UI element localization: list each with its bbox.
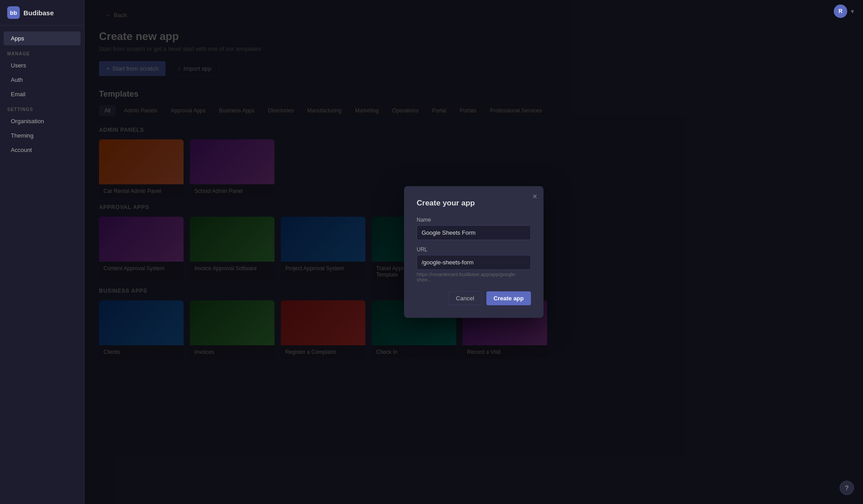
avatar[interactable]: R	[834, 4, 847, 18]
sidebar-item-users[interactable]: Users	[4, 58, 81, 72]
cancel-button[interactable]: Cancel	[448, 291, 481, 305]
sidebar: bb Budibase Apps MANAGE Users Auth Email…	[0, 0, 85, 504]
modal-backdrop: Create your app × Name URL https://ronan…	[85, 0, 863, 504]
help-button[interactable]: ?	[840, 481, 854, 495]
create-app-modal: Create your app × Name URL https://ronan…	[404, 186, 544, 318]
sidebar-item-apps[interactable]: Apps	[4, 31, 81, 45]
topbar-right: R ▾	[834, 4, 854, 18]
modal-close-button[interactable]: ×	[532, 192, 537, 201]
main-content: ← Back Create new app Start from scratch…	[85, 0, 863, 504]
modal-actions: Cancel Create app	[417, 291, 531, 305]
logo-area: bb Budibase	[0, 0, 84, 26]
logo-icon: bb	[7, 6, 20, 19]
sidebar-nav: Apps MANAGE Users Auth Email SETTINGS Or…	[0, 26, 84, 163]
sidebar-item-account[interactable]: Account	[4, 143, 81, 157]
sidebar-item-theming[interactable]: Theming	[4, 129, 81, 143]
chevron-down-icon: ▾	[851, 8, 854, 15]
sidebar-item-email[interactable]: Email	[4, 87, 81, 101]
url-hint: https://ronantenant.budibase.app/app/goo…	[417, 272, 531, 282]
app-name: Budibase	[23, 9, 54, 17]
settings-section-label: SETTINGS	[0, 102, 84, 114]
app-url-input[interactable]	[417, 255, 531, 270]
create-app-button[interactable]: Create app	[486, 291, 531, 305]
name-label: Name	[417, 217, 531, 223]
app-name-input[interactable]	[417, 225, 531, 240]
sidebar-item-organisation[interactable]: Organisation	[4, 114, 81, 128]
sidebar-item-auth[interactable]: Auth	[4, 73, 81, 87]
modal-title: Create your app	[417, 199, 531, 208]
url-label: URL	[417, 246, 531, 253]
manage-section-label: MANAGE	[0, 46, 84, 58]
